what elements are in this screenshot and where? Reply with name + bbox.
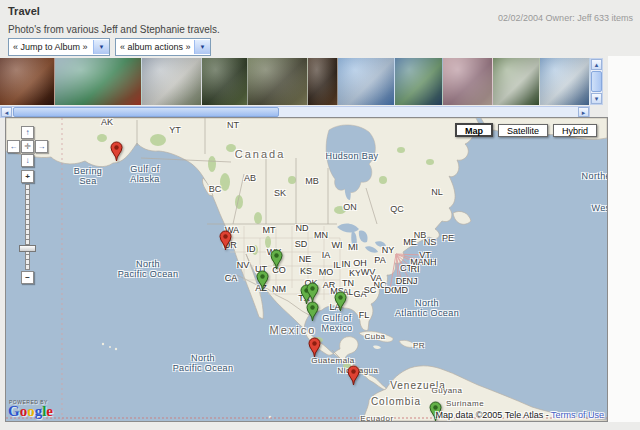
thumbnail-church-facade[interactable] — [142, 58, 202, 105]
pan-right-icon[interactable]: → — [35, 140, 48, 153]
page-title: Travel — [8, 5, 40, 17]
map-marker-green-pin[interactable] — [306, 282, 319, 303]
jump-to-album-select[interactable]: « Jump to Album » ▼ — [8, 38, 110, 56]
album-meta: 02/02/2004 Owner: Jeff 633 items — [498, 13, 633, 23]
thumbnail-monument-sky[interactable] — [338, 58, 395, 105]
chevron-down-icon: ▼ — [93, 40, 109, 54]
zoom-in-button[interactable]: + — [21, 170, 34, 183]
map-geography — [6, 118, 607, 421]
map-marker-red-pin[interactable] — [110, 141, 123, 162]
jump-to-album-value: « Jump to Album » — [9, 42, 88, 52]
map-marker-red-pin[interactable] — [219, 230, 232, 251]
thumbnail-waterfall[interactable] — [493, 58, 540, 105]
terms-of-use-link[interactable]: Terms of Use — [551, 410, 604, 420]
attribution-text: Map data ©2005 Tele Atlas - — [436, 410, 551, 420]
pan-down-icon[interactable]: ↓ — [21, 154, 34, 167]
thumbnail-mountain-clouds[interactable] — [540, 58, 590, 105]
google-logo-text: Google — [8, 403, 53, 420]
thumbnail-dragon-sculpture[interactable] — [55, 58, 142, 105]
thumbnail-hazy-pink-trees[interactable] — [443, 58, 493, 105]
album-actions-value: « album actions » — [116, 42, 191, 52]
map-marker-green-pin[interactable] — [334, 291, 347, 312]
thumbnail-market-pottery[interactable] — [0, 58, 55, 105]
gallery-page: Travel Photo's from various Jeff and Ste… — [0, 0, 640, 430]
zoom-slider-track — [25, 184, 30, 270]
map-type-hybrid-button[interactable]: Hybrid — [553, 124, 597, 137]
thumbnail-strip — [0, 58, 590, 105]
pan-center-icon[interactable]: ✛ — [21, 140, 34, 153]
pan-left-icon[interactable]: ← — [7, 140, 20, 153]
map-type-map-button[interactable]: Map — [455, 123, 493, 137]
map-marker-green-pin[interactable] — [306, 301, 319, 322]
zoom-out-button[interactable]: − — [21, 271, 34, 284]
map-type-buttons: MapSatelliteHybrid — [455, 124, 597, 137]
map-marker-green-pin[interactable] — [256, 270, 269, 291]
google-logo-letter: e — [46, 403, 53, 419]
scroll-down-button[interactable]: ▾ — [591, 93, 602, 104]
pan-up-icon[interactable]: ↑ — [21, 126, 34, 139]
thumbnail-garden-tree[interactable] — [202, 58, 248, 105]
google-logo-letter: G — [8, 403, 20, 419]
map-viewport[interactable]: Bering SeaGulf of AlaskaHudson BayNorth … — [5, 117, 608, 422]
map-marker-red-pin[interactable] — [347, 365, 360, 386]
horizontal-scroll-thumb[interactable] — [13, 107, 279, 117]
map-type-satellite-button[interactable]: Satellite — [498, 124, 548, 137]
google-logo-letter: o — [27, 403, 35, 419]
chevron-down-icon: ▼ — [194, 40, 210, 54]
scroll-left-button[interactable]: ◂ — [1, 107, 12, 117]
zoom-slider-handle[interactable] — [19, 245, 36, 252]
vertical-scroll-thumb[interactable] — [591, 71, 602, 92]
map-attribution: Map data ©2005 Tele Atlas - Terms of Use — [436, 410, 604, 420]
scroll-up-button[interactable]: ▴ — [591, 59, 602, 70]
thumbnail-pond-rocks[interactable] — [248, 58, 308, 105]
map-marker-green-pin[interactable] — [270, 249, 283, 270]
page-subtitle: Photo's from various Jeff and Stephanie … — [8, 24, 220, 35]
page-gutter — [608, 56, 640, 422]
thumbnail-person-closeup[interactable] — [308, 58, 338, 105]
thumbnail-lake-canoes[interactable] — [395, 58, 443, 105]
map-marker-red-pin[interactable] — [308, 337, 321, 358]
thumbnail-vertical-scrollbar: ▴ ▾ — [590, 58, 603, 105]
album-actions-select[interactable]: « album actions » ▼ — [115, 38, 211, 56]
scroll-right-button[interactable]: ▸ — [578, 107, 589, 117]
